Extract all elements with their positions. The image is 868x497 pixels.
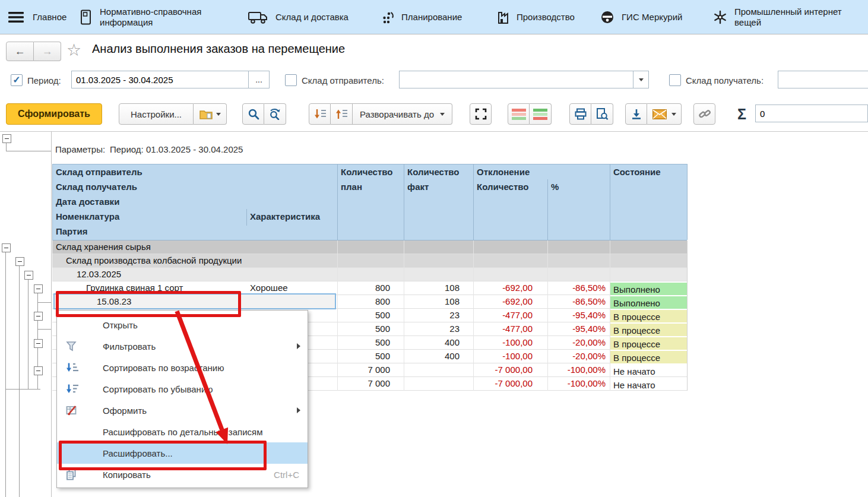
- cell-percent[interactable]: -100,00%: [547, 365, 606, 375]
- group-row-receiver-warehouse[interactable]: Склад производства колбасной продукции: [52, 254, 687, 268]
- print-button[interactable]: [569, 103, 591, 125]
- cell-qty-fact[interactable]: 23: [405, 310, 460, 320]
- menu-item-sort-descending[interactable]: Сортировать по убыванию: [57, 378, 308, 400]
- cell-deviation[interactable]: -692,00: [473, 296, 533, 306]
- fullscreen-button[interactable]: [470, 103, 492, 125]
- menu-item-planning[interactable]: Планирование: [381, 0, 462, 34]
- cell-status[interactable]: В процессе: [610, 310, 688, 324]
- tree-collapse-item-3[interactable]: [34, 339, 43, 348]
- cell-qty-plan[interactable]: 7 000: [337, 378, 390, 388]
- generate-report-button[interactable]: Сформировать: [6, 103, 102, 125]
- cell-qty-plan[interactable]: 500: [337, 324, 390, 334]
- cell-deviation[interactable]: -477,00: [473, 324, 533, 334]
- menu-item-filter[interactable]: Фильтровать: [57, 335, 308, 357]
- settings-button[interactable]: Настройки...: [119, 103, 194, 125]
- cell-status[interactable]: Выполнено: [610, 283, 688, 296]
- menu-item-main[interactable]: Главное: [33, 0, 66, 34]
- menu-item-industrial-iot[interactable]: Промышленный интернет вещей: [713, 0, 853, 34]
- cell-percent[interactable]: -86,50%: [547, 283, 606, 293]
- find-next-button[interactable]: [264, 103, 286, 125]
- cell-percent[interactable]: -20,00%: [547, 351, 606, 361]
- group-row-sender-warehouse[interactable]: Склад хранения сырья: [52, 240, 687, 254]
- period-more-button[interactable]: ...: [248, 71, 270, 88]
- conditional-format-green-button[interactable]: [530, 103, 552, 125]
- collapse-groups-button[interactable]: [309, 103, 331, 125]
- cell-qty-fact[interactable]: 108: [405, 283, 460, 293]
- group-row-delivery-date[interactable]: 12.03.2025: [52, 268, 687, 281]
- main-menu-button[interactable]: [8, 0, 24, 34]
- tree-collapse-level0[interactable]: [2, 243, 11, 252]
- cell-deviation[interactable]: -477,00: [473, 310, 533, 320]
- period-input[interactable]: 01.03.2025 - 30.04.2025: [71, 71, 249, 88]
- cell-deviation[interactable]: -7 000,00: [473, 365, 533, 375]
- cell-status[interactable]: Выполнено: [610, 296, 688, 310]
- conditional-format-red-button[interactable]: [508, 103, 530, 125]
- cell-qty-plan[interactable]: 500: [337, 351, 390, 361]
- sum-value-field[interactable]: 0: [755, 105, 868, 122]
- cell-status[interactable]: В процессе: [610, 337, 688, 351]
- sender-warehouse-checkbox[interactable]: [285, 74, 297, 86]
- print-preview-button[interactable]: [591, 103, 613, 125]
- menu-item-decrypt[interactable]: Расшифровать...: [57, 442, 308, 464]
- cell-qty-fact[interactable]: 400: [405, 351, 460, 361]
- report-variants-split-button[interactable]: [194, 103, 227, 125]
- cell-percent[interactable]: -20,00%: [547, 337, 606, 347]
- save-export-button[interactable]: [625, 103, 647, 125]
- menu-item-gis-mercury[interactable]: ГИС Меркурий: [600, 0, 682, 34]
- cell-qty-fact[interactable]: 400: [405, 337, 460, 347]
- menu-item-decrypt-detail-records[interactable]: Расшифровать по детальным записям: [57, 421, 308, 442]
- tree-collapse-item-4[interactable]: [34, 366, 43, 375]
- expand-to-button[interactable]: Разворачивать до: [353, 103, 452, 125]
- menu-item-label: Оформить: [103, 406, 147, 416]
- cell-status[interactable]: Не начато: [610, 365, 688, 378]
- forward-button[interactable]: →: [34, 42, 61, 61]
- back-button[interactable]: ←: [6, 42, 34, 61]
- report-group-expander[interactable]: [2, 134, 11, 143]
- menu-item-open[interactable]: Открыть: [57, 314, 308, 335]
- menu-item-label: Склад и доставка: [275, 12, 349, 23]
- cell-deviation[interactable]: -100,00: [473, 337, 533, 347]
- cell-qty-fact[interactable]: 108: [405, 296, 460, 306]
- get-link-button[interactable]: [693, 103, 715, 125]
- favorite-star-icon[interactable]: ☆: [66, 40, 81, 60]
- tree-collapse-item-2[interactable]: [34, 312, 43, 321]
- menu-item-copy[interactable]: Копировать Ctrl+C: [57, 464, 308, 485]
- cell-percent[interactable]: -95,40%: [547, 310, 606, 320]
- cell-nomenclature[interactable]: Грудинка свиная 1 сорт: [86, 283, 183, 293]
- send-email-split-button[interactable]: [647, 103, 682, 125]
- tree-collapse-level1[interactable]: [15, 257, 24, 266]
- tree-collapse-item-1[interactable]: [34, 284, 43, 293]
- cell-status[interactable]: В процессе: [610, 324, 688, 337]
- menu-item-format[interactable]: Оформить: [57, 400, 308, 421]
- cell-qty-fact[interactable]: 23: [405, 324, 460, 334]
- cell-deviation[interactable]: -7 000,00: [473, 378, 533, 388]
- menu-item-reference-info[interactable]: Нормативно-справочная информация: [80, 0, 218, 34]
- expand-groups-button[interactable]: [331, 103, 353, 125]
- cell-qty-plan[interactable]: 500: [337, 310, 390, 320]
- menu-item-warehouse-delivery[interactable]: Склад и доставка: [248, 0, 349, 34]
- cell-status[interactable]: Не начато: [610, 378, 688, 392]
- cell-percent[interactable]: -100,00%: [547, 378, 606, 388]
- chevron-down-icon: [440, 113, 445, 116]
- cell-deviation[interactable]: -100,00: [473, 351, 533, 361]
- cell-qty-plan[interactable]: 800: [337, 283, 390, 293]
- receiver-warehouse-input[interactable]: [778, 71, 868, 88]
- cell-percent[interactable]: -95,40%: [547, 324, 606, 334]
- cell-deviation[interactable]: -692,00: [473, 283, 533, 293]
- sender-warehouse-dropdown-button[interactable]: [633, 71, 649, 88]
- mercury-globe-icon: [600, 10, 614, 24]
- menu-item-production[interactable]: Производство: [496, 0, 575, 34]
- sender-warehouse-input[interactable]: [399, 71, 633, 88]
- cell-percent[interactable]: -86,50%: [547, 296, 606, 306]
- cell-qty-plan[interactable]: 7 000: [337, 365, 390, 375]
- tree-collapse-level2[interactable]: [24, 271, 33, 280]
- period-checkbox[interactable]: ✓: [11, 74, 23, 86]
- cell-qty-plan[interactable]: 800: [337, 296, 390, 306]
- cell-status[interactable]: В процессе: [610, 351, 688, 365]
- find-button[interactable]: [242, 103, 264, 125]
- selected-cell-batch[interactable]: 15.08.23: [53, 293, 336, 309]
- cell-characteristic[interactable]: Хорошее: [250, 283, 288, 293]
- receiver-warehouse-checkbox[interactable]: [669, 74, 681, 86]
- cell-qty-plan[interactable]: 500: [337, 337, 390, 347]
- menu-item-sort-ascending[interactable]: Сортировать по возрастанию: [57, 357, 308, 378]
